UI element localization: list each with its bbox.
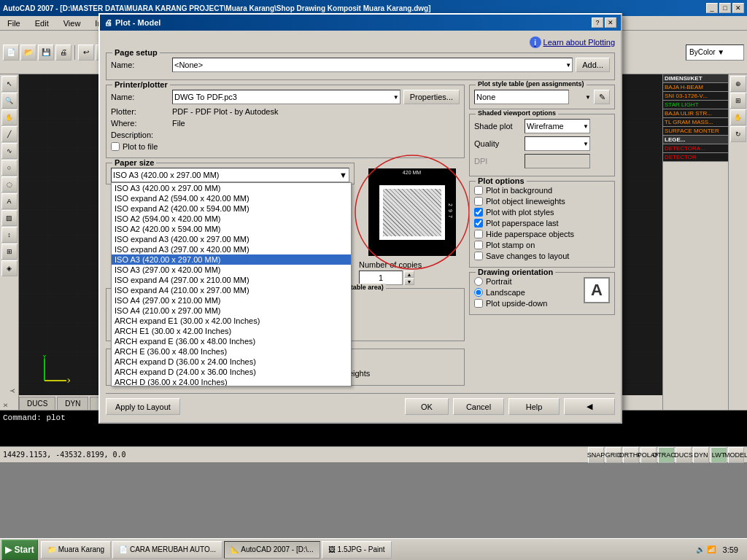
paper-item-3[interactable]: ISO A2 (594.00 x 420.00 MM) — [112, 214, 351, 224]
preview-dim-h: 420 MM — [403, 170, 421, 175]
start-button[interactable]: ▶ Start — [1, 540, 38, 560]
ps-name-label: Name: — [111, 61, 169, 69]
quality-select[interactable] — [525, 136, 590, 151]
paper-item-1[interactable]: ISO expand A2 (594.00 x 420.00 MM) — [112, 193, 351, 203]
dialog-close-btn[interactable]: ✕ — [605, 18, 616, 28]
portrait-radio[interactable] — [474, 277, 483, 286]
plot-to-file-checkbox[interactable] — [111, 142, 120, 151]
plot-psl-row: Plot paperspace last — [474, 219, 610, 228]
printer-name-select[interactable]: DWG To PDF.pc3 — [172, 90, 400, 104]
preview-dim-v: 2 9 7 — [446, 198, 454, 227]
paper-item-15[interactable]: ARCH expand E (36.00 x 48.00 Inches) — [112, 336, 351, 346]
save-layout-checkbox[interactable] — [474, 252, 483, 260]
ps-add-button[interactable]: Add... — [576, 58, 610, 72]
plot-psl-label: Plot paperspace last — [486, 219, 559, 228]
taskbar-item-muara[interactable]: 📁 Muara Karang — [41, 541, 111, 559]
paper-item-6[interactable]: ISO expand A3 (297.00 x 420.00 MM) — [112, 244, 351, 254]
svg-text:2: 2 — [447, 203, 452, 206]
printer-icon: 🖨 — [104, 18, 112, 27]
paper-item-8[interactable]: ISO A3 (297.00 x 420.00 MM) — [112, 265, 351, 275]
description-row: Description: — [111, 131, 460, 139]
plot-obj-lw-checkbox[interactable] — [474, 197, 483, 206]
quality-wrapper — [525, 136, 590, 151]
preview-area: 420 MM 2 9 7 — [368, 168, 456, 256]
plotter-value: PDF - PDF Plot - by Autodesk — [172, 107, 279, 116]
paper-item-14[interactable]: ARCH E1 (30.00 x 42.00 Inches) — [112, 326, 351, 336]
taskbar-item-paint[interactable]: 🖼 1.5JPG - Paint — [322, 541, 392, 559]
copies-section: Number of copies ▲ ▼ — [359, 260, 465, 285]
paper-size-container: Paper size ISO A3 (420.00 x 297.00 MM) ▼… — [106, 163, 355, 285]
tray-icons: 🔊 📶 — [696, 545, 716, 553]
quality-label: Quality — [474, 139, 522, 148]
paper-item-19[interactable]: ARCH D (36.00 x 24.00 Inches) — [112, 377, 351, 386]
plot-style-row: None ✎ — [474, 90, 610, 104]
dialog-body: i Learn about Plotting Page setup Name: … — [100, 31, 621, 422]
copies-input[interactable] — [359, 271, 403, 285]
col-right: Plot style table (pen assignments) None … — [469, 85, 615, 390]
cancel-button[interactable]: Cancel — [453, 398, 504, 415]
properties-button[interactable]: Properties... — [403, 90, 460, 104]
paper-item-18[interactable]: ARCH expand D (24.00 x 36.00 Inches) — [112, 367, 351, 377]
paper-item-16[interactable]: ARCH E (36.00 x 48.00 Inches) — [112, 346, 351, 357]
plot-psl-checkbox[interactable] — [474, 219, 483, 228]
svg-text:9: 9 — [447, 209, 452, 212]
help-button[interactable]: Help — [508, 398, 560, 415]
paper-item-12[interactable]: ISO A4 (210.00 x 297.00 MM) — [112, 306, 351, 316]
plot-style-wrapper: None — [474, 90, 592, 104]
plot-stamp-checkbox[interactable] — [474, 241, 483, 249]
plot-style-section: Plot style table (pen assignments) None … — [469, 85, 615, 109]
paper-item-11[interactable]: ISO A4 (297.00 x 210.00 MM) — [112, 295, 351, 306]
taskbar-item-autocad[interactable]: 📐 AutoCAD 2007 - [D:\... — [224, 541, 320, 559]
plot-dialog: 🖨 Plot - Model ? ✕ i Learn about Plottin… — [98, 13, 622, 424]
plot-style-select[interactable]: None — [474, 90, 569, 104]
paper-item-0[interactable]: ISO A3 (420.00 x 297.00 MM) — [112, 183, 351, 193]
paper-item-2[interactable]: ISO expand A2 (420.00 x 594.00 MM) — [112, 203, 351, 214]
paper-item-10[interactable]: ISO expand A4 (210.00 x 297.00 MM) — [112, 285, 351, 295]
paper-item-4[interactable]: ISO A2 (420.00 x 594.00 MM) — [112, 224, 351, 234]
plot-to-file-label: Plot to file — [123, 142, 158, 151]
plot-styles-checkbox[interactable] — [474, 208, 483, 217]
page-setup-section: Page setup Name: <None> Add... — [106, 52, 615, 80]
save-layout-row: Save changes to layout — [474, 252, 610, 260]
ok-button[interactable]: OK — [405, 398, 449, 415]
svg-text:7: 7 — [447, 215, 452, 218]
copies-down[interactable]: ▼ — [404, 278, 414, 285]
hide-ps-checkbox[interactable] — [474, 230, 483, 238]
plot-style-edit-btn[interactable]: ✎ — [594, 90, 610, 104]
preview-area-wrapper: 420 MM 2 9 7 — [359, 168, 465, 285]
paper-list[interactable]: ISO A3 (420.00 x 297.00 MM) ISO expand A… — [111, 182, 352, 386]
paper-item-9[interactable]: ISO expand A4 (297.00 x 210.00 MM) — [112, 275, 351, 285]
col-left: Printer/plotter Name: DWG To PDF.pc3 Pro… — [106, 85, 465, 390]
paper-item-13[interactable]: ARCH expand E1 (30.00 x 42.00 Inches) — [112, 316, 351, 326]
landscape-radio[interactable] — [474, 288, 483, 297]
taskbar-item-cara[interactable]: 📄 CARA MERUBAH AUTO... — [112, 541, 222, 559]
ps-name-select[interactable]: <None> — [172, 58, 573, 72]
paper-item-17[interactable]: ARCH expand D (36.00 x 24.00 Inches) — [112, 357, 351, 367]
dialog-controls: ? ✕ — [592, 18, 616, 28]
shade-plot-label: Shade plot — [474, 122, 522, 131]
dpi-input — [525, 154, 590, 168]
plot-bg-checkbox[interactable] — [474, 186, 483, 195]
shade-plot-select[interactable]: Wireframe — [525, 119, 590, 133]
plot-options-section: Plot options Plot in background Plot obj… — [469, 181, 615, 268]
orientation-content: Portrait Landscape Plot upside-down — [474, 277, 610, 310]
shaded-viewport-title: Shaded viewport options — [476, 109, 558, 117]
paper-item-7[interactable]: ISO A3 (420.00 x 297.00 MM) — [112, 254, 351, 265]
learn-plotting-link[interactable]: i Learn about Plotting — [530, 36, 615, 48]
plotter-row: Plotter: PDF - PDF Plot - by Autodesk — [111, 107, 460, 116]
info-bar: i Learn about Plotting — [106, 36, 615, 48]
expand-button[interactable]: ◀ — [564, 398, 615, 415]
hide-ps-label: Hide paperspace objects — [486, 230, 574, 238]
dialog-help-btn[interactable]: ? — [592, 18, 603, 28]
paper-size-section: Paper size ISO A3 (420.00 x 297.00 MM) ▼… — [106, 163, 355, 184]
copies-up[interactable]: ▲ — [404, 271, 414, 278]
learn-plotting-text: Learn about Plotting — [543, 38, 615, 47]
paper-list-container: ISO A3 (420.00 x 297.00 MM) ▼ ISO A3 (42… — [111, 168, 349, 182]
apply-to-layout-button[interactable]: Apply to Layout — [106, 398, 180, 415]
copies-label: Number of copies — [359, 260, 465, 269]
plot-obj-lw-row: Plot object lineweights — [474, 197, 610, 206]
paper-item-5[interactable]: ISO expand A3 (420.00 x 297.00 MM) — [112, 234, 351, 244]
plotter-label: Plotter: — [111, 107, 169, 116]
upside-down-checkbox[interactable] — [474, 299, 483, 308]
paper-size-current[interactable]: ISO A3 (420.00 x 297.00 MM) ▼ — [111, 168, 349, 182]
